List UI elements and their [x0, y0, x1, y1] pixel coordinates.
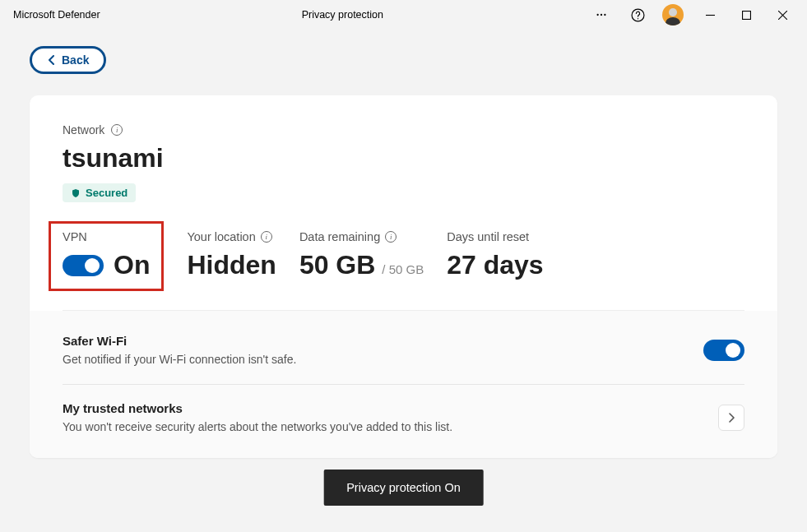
help-button[interactable]	[621, 2, 654, 27]
minimize-button[interactable]	[692, 2, 728, 27]
days-stat: Days until reset 27 days	[447, 230, 543, 280]
vpn-stat: VPN On	[49, 221, 164, 291]
vpn-toggle-row: On	[63, 250, 150, 280]
vpn-value: On	[114, 250, 150, 280]
content-area: Back Network i tsunami Secured VPN On Yo…	[0, 30, 807, 458]
svg-rect-6	[742, 11, 750, 19]
back-button[interactable]: Back	[30, 46, 106, 74]
status-badge: Secured	[63, 183, 136, 202]
stats-row: VPN On Your location i Hidden Data remai…	[63, 230, 744, 311]
network-name: tsunami	[63, 143, 744, 173]
trusted-networks-open-button[interactable]	[718, 405, 744, 431]
page-title: Privacy protection	[100, 9, 585, 21]
network-label: Network	[63, 123, 104, 136]
svg-point-1	[601, 14, 602, 16]
data-total: / 50 GB	[382, 262, 424, 276]
days-label: Days until reset	[447, 230, 543, 243]
data-label-row: Data remaining i	[299, 230, 424, 243]
close-button[interactable]	[764, 2, 800, 27]
network-card: Network i tsunami Secured VPN On Your lo…	[30, 95, 777, 458]
trusted-networks-text: My trusted networks You won't receive se…	[63, 401, 452, 433]
data-stat: Data remaining i 50 GB / 50 GB	[299, 230, 424, 280]
trusted-networks-desc: You won't receive security alerts about …	[63, 420, 452, 433]
safer-wifi-desc: Get notified if your Wi-Fi connection is…	[63, 353, 296, 366]
svg-point-2	[604, 14, 605, 16]
vpn-toggle[interactable]	[63, 255, 104, 276]
svg-point-0	[596, 14, 598, 16]
titlebar-actions	[585, 2, 800, 27]
safer-wifi-text: Safer Wi-Fi Get notified if your Wi-Fi c…	[63, 334, 296, 366]
safer-wifi-row: Safer Wi-Fi Get notified if your Wi-Fi c…	[63, 329, 744, 385]
toast-notification: Privacy protection On	[323, 470, 484, 506]
days-value: 27 days	[447, 250, 543, 280]
trusted-networks-row[interactable]: My trusted networks You won't receive se…	[63, 385, 744, 440]
info-icon[interactable]: i	[261, 231, 272, 243]
safer-wifi-toggle[interactable]	[703, 340, 744, 361]
location-label: Your location	[187, 230, 255, 243]
chevron-left-icon	[47, 55, 55, 65]
app-name: Microsoft Defender	[7, 9, 100, 21]
svg-point-4	[637, 18, 638, 19]
chevron-right-icon	[728, 413, 735, 423]
more-options-button[interactable]	[585, 2, 618, 27]
settings-section: Safer Wi-Fi Get notified if your Wi-Fi c…	[30, 311, 777, 458]
vpn-label: VPN	[63, 230, 150, 243]
user-avatar[interactable]	[662, 4, 684, 25]
network-label-row: Network i	[63, 123, 744, 136]
info-icon[interactable]: i	[111, 124, 123, 136]
data-value-row: 50 GB / 50 GB	[299, 250, 424, 280]
trusted-networks-title: My trusted networks	[63, 401, 452, 415]
window-controls	[692, 2, 800, 27]
location-value: Hidden	[187, 250, 276, 280]
data-value: 50 GB	[299, 250, 375, 280]
back-button-label: Back	[62, 53, 89, 67]
maximize-button[interactable]	[728, 2, 764, 27]
shield-icon	[71, 188, 81, 198]
status-badge-label: Secured	[86, 187, 128, 199]
location-label-row: Your location i	[187, 230, 276, 243]
info-icon[interactable]: i	[385, 231, 397, 243]
toast-message: Privacy protection On	[346, 481, 461, 494]
data-label: Data remaining	[299, 230, 380, 243]
safer-wifi-title: Safer Wi-Fi	[63, 334, 296, 348]
titlebar: Microsoft Defender Privacy protection	[0, 0, 807, 30]
location-stat: Your location i Hidden	[187, 230, 276, 280]
